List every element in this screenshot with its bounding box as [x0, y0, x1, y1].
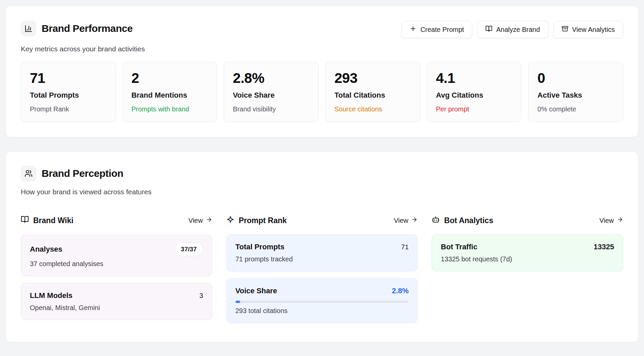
book-icon — [485, 25, 492, 34]
metric-sub: 0% complete — [537, 105, 614, 113]
metric-total-citations: 293 Total Citations Source citations — [325, 62, 420, 122]
analyses-tile: Analyses 37/37 37 completed analysises — [21, 234, 212, 276]
voice-share-sub: 293 total citations — [235, 307, 409, 315]
bot-traffic-sub: 13325 bot requests (7d) — [441, 255, 614, 263]
metric-value: 0 — [537, 71, 614, 86]
total-prompts-sub: 71 prompts tracked — [235, 255, 409, 263]
voice-share-progress-track — [235, 301, 409, 303]
section-title: Brand Perception — [42, 168, 123, 179]
brand-perception-card: Brand Perception How your brand is viewe… — [6, 151, 638, 342]
llm-models-tile: LLM Models 3 Openai, Mistral, Gemini — [21, 283, 212, 320]
arrow-right-icon — [617, 216, 623, 224]
brand-wiki-title: Brand Wiki — [33, 216, 73, 225]
metrics-row: 71 Total Prompts Prompt Rank 2 Brand Men… — [21, 62, 623, 122]
dashboard-page: Brand Performance Create Prompt Analyze … — [0, 0, 644, 348]
view-analytics-label: View Analytics — [572, 26, 615, 34]
metric-label: Voice Share — [233, 91, 310, 100]
metric-value: 4.1 — [436, 71, 513, 86]
metric-sub: Source citations — [334, 105, 411, 113]
analyze-brand-button[interactable]: Analyze Brand — [477, 21, 548, 38]
metric-voice-share: 2.8% Voice Share Brand visibility — [224, 62, 319, 122]
metric-label: Active Tasks — [537, 91, 614, 100]
users-icon — [21, 166, 36, 181]
metric-sub: Prompt Rank — [30, 105, 107, 113]
prompt-rank-title: Prompt Rank — [239, 216, 287, 225]
metric-sub: Brand visibility — [233, 105, 310, 113]
brand-wiki-column: Brand Wiki View Analyses 37/37 37 compl — [21, 215, 212, 323]
bot-traffic-value: 13325 — [594, 243, 614, 251]
llm-models-sub: Openai, Mistral, Gemini — [30, 304, 203, 312]
bot-traffic-tile: Bot Traffic 13325 13325 bot requests (7d… — [432, 234, 623, 271]
view-analytics-button[interactable]: View Analytics — [553, 21, 623, 38]
bot-analytics-title-group: Bot Analytics — [432, 215, 493, 225]
create-prompt-button[interactable]: Create Prompt — [401, 21, 472, 38]
brand-performance-title-group: Brand Performance — [21, 21, 133, 36]
bot-analytics-header: Bot Analytics View — [432, 215, 623, 225]
bot-traffic-title: Bot Traffic — [441, 243, 477, 251]
brand-performance-card: Brand Performance Create Prompt Analyze … — [6, 6, 638, 137]
brand-wiki-view-link[interactable]: View — [189, 216, 212, 224]
view-label: View — [189, 217, 203, 224]
total-prompts-tile: Total Prompts 71 71 prompts tracked — [226, 234, 418, 271]
bot-analytics-title: Bot Analytics — [444, 216, 493, 225]
arrow-right-icon — [206, 216, 212, 224]
prompt-rank-title-group: Prompt Rank — [226, 215, 287, 225]
metric-brand-mentions: 2 Brand Mentions Prompts with brand — [122, 62, 217, 122]
sparkles-icon — [226, 215, 234, 225]
voice-share-tile-row: Voice Share 2.8% — [235, 287, 409, 295]
view-label: View — [599, 217, 614, 224]
analyses-title: Analyses — [30, 245, 62, 254]
perception-columns: Brand Wiki View Analyses 37/37 37 compl — [21, 215, 623, 323]
brand-wiki-title-group: Brand Wiki — [21, 215, 73, 225]
prompt-rank-view-link[interactable]: View — [394, 216, 418, 224]
book-icon — [21, 215, 29, 225]
brand-perception-header: Brand Perception — [21, 166, 623, 181]
metric-label: Brand Mentions — [131, 91, 208, 100]
voice-share-title: Voice Share — [235, 287, 277, 295]
analyze-brand-label: Analyze Brand — [496, 26, 540, 34]
metric-label: Total Citations — [334, 91, 411, 100]
voice-share-value: 2.8% — [392, 287, 409, 295]
view-label: View — [394, 217, 408, 224]
brand-performance-header: Brand Performance Create Prompt Analyze … — [21, 21, 623, 38]
brand-perception-subtitle: How your brand is viewed across features — [21, 188, 623, 196]
bot-traffic-tile-row: Bot Traffic 13325 — [441, 243, 614, 251]
metric-label: Total Prompts — [30, 91, 107, 100]
metric-sub: Prompts with brand — [131, 105, 208, 113]
metric-value: 2 — [131, 71, 208, 86]
header-actions: Create Prompt Analyze Brand View Analyti… — [401, 21, 623, 38]
metric-value: 293 — [334, 71, 411, 86]
voice-share-progress-fill — [235, 301, 240, 303]
prompt-rank-column: Prompt Rank View Total Prompts 71 71 pr — [226, 215, 418, 323]
metric-value: 71 — [30, 71, 107, 86]
brand-wiki-header: Brand Wiki View — [21, 215, 212, 225]
llm-models-tile-row: LLM Models 3 — [30, 291, 203, 300]
metric-active-tasks: 0 Active Tasks 0% complete — [528, 62, 623, 122]
bot-icon — [432, 215, 440, 225]
llm-models-value: 3 — [200, 292, 203, 300]
metric-avg-citations: 4.1 Avg Citations Per prompt — [427, 62, 522, 122]
bot-analytics-column: Bot Analytics View Bot Traffic 13325 13 — [432, 215, 623, 323]
prompt-rank-header: Prompt Rank View — [226, 215, 418, 225]
create-prompt-label: Create Prompt — [420, 26, 464, 34]
total-prompts-title: Total Prompts — [235, 243, 284, 251]
analyses-badge: 37/37 — [174, 243, 203, 256]
arrow-right-icon — [411, 216, 418, 224]
bot-analytics-view-link[interactable]: View — [599, 216, 623, 224]
archive-icon — [561, 25, 569, 34]
brand-perception-title-group: Brand Perception — [21, 166, 123, 181]
analyses-tile-row: Analyses 37/37 — [30, 243, 203, 256]
metric-sub: Per prompt — [436, 105, 513, 113]
bar-chart-icon — [21, 21, 36, 36]
metric-total-prompts: 71 Total Prompts Prompt Rank — [21, 62, 116, 122]
brand-performance-subtitle: Key metrics across your brand activities — [21, 45, 623, 53]
metric-label: Avg Citations — [436, 91, 513, 100]
page-title: Brand Performance — [42, 23, 133, 34]
llm-models-title: LLM Models — [30, 291, 72, 300]
analyses-sub: 37 completed analysises — [30, 260, 203, 268]
total-prompts-tile-row: Total Prompts 71 — [235, 243, 409, 251]
voice-share-tile: Voice Share 2.8% 293 total citations — [226, 278, 418, 323]
metric-value: 2.8% — [233, 71, 310, 86]
total-prompts-value: 71 — [401, 243, 409, 251]
plus-icon — [410, 25, 417, 34]
